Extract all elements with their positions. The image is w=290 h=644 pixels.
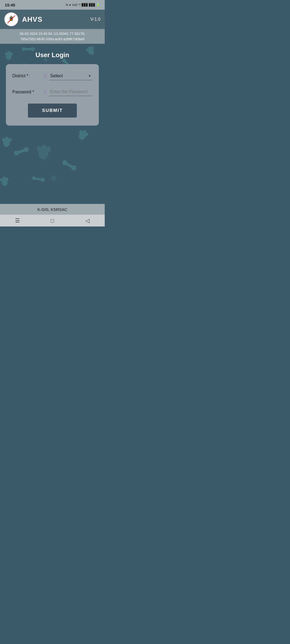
status-time: 15:45	[5, 3, 15, 7]
back-icon[interactable]: ◁	[82, 215, 93, 226]
info-line1: 06-02-2024 15:45:04 ;13.09341,77.56178;	[4, 31, 100, 36]
password-input[interactable]	[49, 88, 92, 96]
submit-button[interactable]: SUBMIT	[28, 104, 77, 118]
home-icon[interactable]: □	[47, 215, 58, 226]
password-colon: :	[45, 89, 46, 95]
password-row: Password * :	[12, 88, 92, 96]
svg-point-41	[51, 175, 56, 181]
page-title-container: User Login	[0, 44, 105, 64]
app-version: V-1.0	[90, 17, 100, 22]
svg-point-36	[37, 146, 42, 152]
district-colon: :	[45, 73, 46, 79]
footer-bar: K-GIS, KSRSAC	[0, 204, 105, 215]
app-logo	[4, 12, 18, 26]
location-icon: ●	[69, 3, 71, 6]
svg-point-38	[46, 147, 51, 152]
info-bar: 06-02-2024 15:45:04 ;13.09341,77.56178; …	[0, 29, 105, 44]
svg-point-44	[41, 178, 45, 182]
main-content: User Login District * : Select Bangalore…	[0, 44, 105, 203]
submit-btn-row: SUBMIT	[12, 104, 92, 118]
district-select[interactable]: Select Bangalore Urban Mysore Hubli-Dhar…	[49, 72, 92, 80]
footer-text: K-GIS, KSRSAC	[38, 207, 67, 212]
nav-bar: ☰ □ ◁	[0, 215, 105, 226]
app-title: AHVS	[22, 15, 42, 24]
login-card: District * : Select Bangalore Urban Myso…	[6, 64, 99, 126]
svg-point-24	[8, 138, 12, 142]
district-label: District *	[12, 74, 42, 78]
svg-point-37	[42, 145, 46, 150]
password-input-wrapper	[49, 88, 92, 96]
page-title: User Login	[0, 51, 105, 59]
svg-point-22	[2, 138, 5, 142]
info-line2: 795a7552-8630-330d-ac83-a2bffc7d0be0	[4, 36, 100, 42]
password-label: Password *	[12, 90, 42, 94]
signal-icons: VoD ⁵ᴳ ▊▊▊ ▊▊▊ 🔋	[72, 3, 100, 7]
status-bar: 15:45 N ● VoD ⁵ᴳ ▊▊▊ ▊▊▊ 🔋	[0, 0, 105, 10]
svg-point-23	[5, 137, 9, 141]
header-left: AHVS	[4, 12, 42, 26]
app-header: AHVS V-1.0	[0, 10, 105, 29]
district-row: District * : Select Bangalore Urban Myso…	[12, 72, 92, 80]
menu-icon[interactable]: ☰	[12, 215, 23, 226]
nfc-icon: N	[66, 3, 68, 6]
status-icons: N ● VoD ⁵ᴳ ▊▊▊ ▊▊▊ 🔋	[66, 3, 100, 7]
district-select-wrapper[interactable]: Select Bangalore Urban Mysore Hubli-Dhar…	[49, 72, 92, 80]
svg-point-43	[32, 176, 36, 180]
